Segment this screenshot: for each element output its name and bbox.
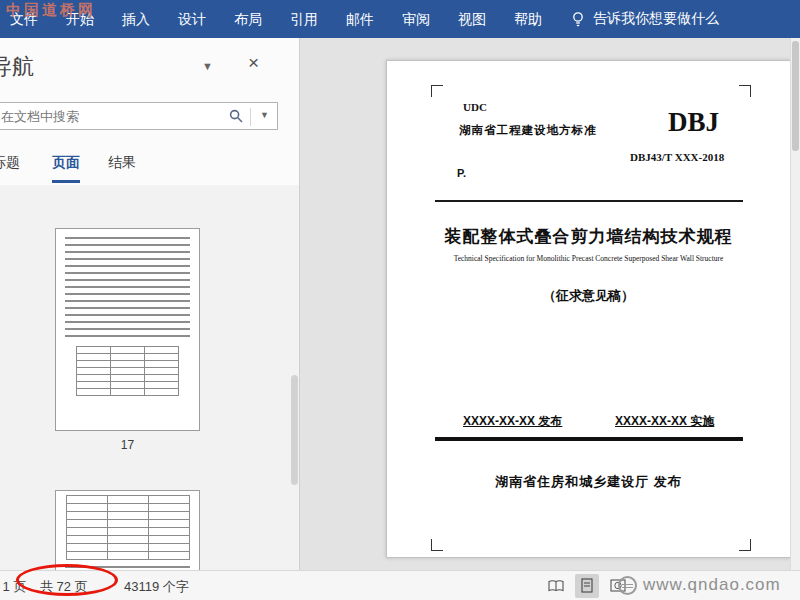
crop-mark-bottom-right [739, 539, 751, 551]
page-indicator[interactable]: 第 1 页 [0, 578, 26, 596]
status-bar: 第 1 页 共 72 页 43119 个字 www.qndao.com [0, 570, 800, 600]
nav-scrollbar-thumb[interactable] [291, 375, 298, 485]
document-title-cn: 装配整体式叠合剪力墙结构技术规程 [387, 225, 790, 248]
standard-number: DBJ43/T XXX-2018 [630, 151, 724, 163]
draft-note: （征求意见稿） [387, 287, 790, 305]
print-layout-button[interactable] [575, 574, 599, 598]
tell-me-box[interactable]: 告诉我你想要做什么 [570, 0, 719, 38]
search-input[interactable] [1, 107, 213, 125]
publisher-line: 湖南省住房和城乡建设厅 发布 [387, 473, 790, 491]
thumbnail-text-lines [65, 237, 190, 342]
thumbnail-table [66, 495, 190, 560]
nav-tab-results[interactable]: 结果 [108, 154, 136, 180]
search-icon[interactable] [229, 109, 243, 127]
word-count[interactable]: 43119 个字 [124, 578, 189, 596]
release-date: XXXX-XX-XX 发布 [463, 413, 562, 430]
p-label: P. [457, 167, 466, 179]
header-rule-line [435, 200, 743, 202]
document-area: UDC 湖南省工程建设地方标准 DBJ DBJ43/T XXX-2018 P. … [300, 38, 800, 570]
implement-date: XXXX-XX-XX 实施 [615, 413, 714, 430]
watermark-url: www.qndao.com [643, 575, 781, 595]
tab-mailings[interactable]: 邮件 [332, 0, 388, 38]
lightbulb-icon [570, 11, 586, 28]
scrollbar-thumb[interactable] [792, 41, 799, 151]
navigation-pane: 导航 ▼ × ▼ 标题 页面 结果 [0, 38, 300, 570]
crop-mark-bottom-left [431, 539, 443, 551]
page-thumbnail-list: 17 [0, 185, 300, 570]
nav-tabs: 标题 页面 结果 [0, 150, 299, 182]
tab-design[interactable]: 设计 [164, 0, 220, 38]
tab-help[interactable]: 帮助 [500, 0, 556, 38]
tab-file[interactable]: 文件 [0, 0, 52, 38]
tell-me-label: 告诉我你想要做什么 [593, 10, 719, 28]
standard-type-label: 湖南省工程建设地方标准 [459, 123, 597, 138]
web-layout-button[interactable] [606, 574, 630, 598]
tab-home[interactable]: 开始 [52, 0, 108, 38]
footer-rule-line [435, 437, 743, 441]
crop-mark-top-left [431, 85, 443, 97]
vertical-scrollbar[interactable] [790, 38, 800, 570]
thumbnail-table [76, 346, 179, 396]
page-thumbnail-17[interactable] [55, 228, 200, 431]
tab-layout[interactable]: 布局 [220, 0, 276, 38]
view-mode-buttons [544, 574, 630, 598]
nav-close-icon[interactable]: × [248, 52, 259, 74]
search-divider [250, 108, 251, 126]
search-dropdown-icon[interactable]: ▼ [260, 110, 269, 120]
thumbnail-page-number: 17 [55, 438, 200, 452]
search-box[interactable]: ▼ [0, 102, 278, 130]
watermark-bottom: www.qndao.com [618, 575, 781, 595]
tab-insert[interactable]: 插入 [108, 0, 164, 38]
dbj-logo-text: DBJ [668, 107, 719, 138]
ribbon-tab-bar: 文件 开始 插入 设计 布局 引用 邮件 审阅 视图 帮助 告诉我你想要做什么 … [0, 0, 800, 38]
nav-options-chevron-down-icon[interactable]: ▼ [202, 60, 213, 72]
tab-review[interactable]: 审阅 [388, 0, 444, 38]
crop-mark-top-right [739, 85, 751, 97]
page-thumbnail-18[interactable] [55, 490, 200, 570]
document-page[interactable]: UDC 湖南省工程建设地方标准 DBJ DBJ43/T XXX-2018 P. … [386, 60, 791, 558]
udc-label: UDC [463, 101, 487, 113]
tab-view[interactable]: 视图 [444, 0, 500, 38]
read-mode-button[interactable] [544, 574, 568, 598]
main-area: 导航 ▼ × ▼ 标题 页面 结果 [0, 38, 800, 570]
nav-tab-headings[interactable]: 标题 [0, 154, 20, 180]
nav-tab-pages[interactable]: 页面 [52, 154, 80, 183]
total-pages-indicator[interactable]: 共 72 页 [40, 578, 88, 596]
document-title-en: Technical Specification for Monolithic P… [387, 254, 790, 263]
nav-pane-title: 导航 [0, 52, 34, 82]
word-window: 文件 开始 插入 设计 布局 引用 邮件 审阅 视图 帮助 告诉我你想要做什么 … [0, 0, 800, 600]
tab-references[interactable]: 引用 [276, 0, 332, 38]
